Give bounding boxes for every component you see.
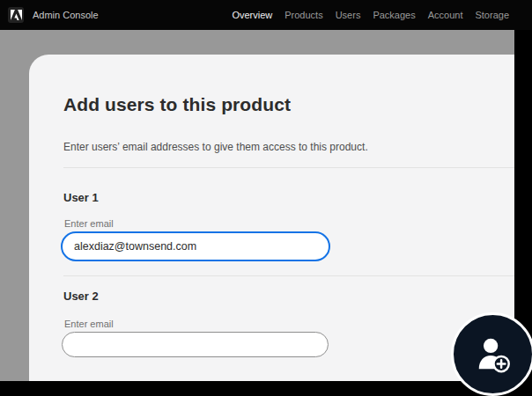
add-user-icon <box>473 334 514 375</box>
nav-item-account[interactable]: Account <box>428 10 463 20</box>
top-nav: Admin Console Overview Products Users Pa… <box>0 0 532 30</box>
brand: Admin Console <box>8 7 99 23</box>
add-user-button[interactable] <box>451 312 532 396</box>
nav-item-storage[interactable]: Storage <box>475 10 509 20</box>
nav-item-overview[interactable]: Overview <box>232 10 272 20</box>
user-1-email-input[interactable] <box>61 231 330 261</box>
page-description: Enter users’ email addresses to give the… <box>63 141 368 153</box>
app-title: Admin Console <box>33 7 99 23</box>
nav-links: Overview Products Users Packages Account… <box>232 0 509 30</box>
user-2-email-input[interactable] <box>62 332 329 357</box>
page-title: Add users to this product <box>63 92 291 116</box>
adobe-logo-icon[interactable] <box>8 7 24 23</box>
user-2-email-field-label: Enter email <box>64 319 114 329</box>
nav-item-products[interactable]: Products <box>284 10 322 20</box>
user-1-email-field-label: Enter email <box>64 218 114 229</box>
add-users-card: Add users to this product Enter users’ e… <box>29 55 514 381</box>
nav-item-packages[interactable]: Packages <box>373 10 415 20</box>
screen: Admin Console Overview Products Users Pa… <box>0 0 532 396</box>
divider <box>63 167 514 168</box>
divider <box>63 275 514 276</box>
nav-item-users[interactable]: Users <box>336 10 361 20</box>
user-2-label: User 2 <box>63 290 99 303</box>
user-1-label: User 1 <box>63 191 99 204</box>
